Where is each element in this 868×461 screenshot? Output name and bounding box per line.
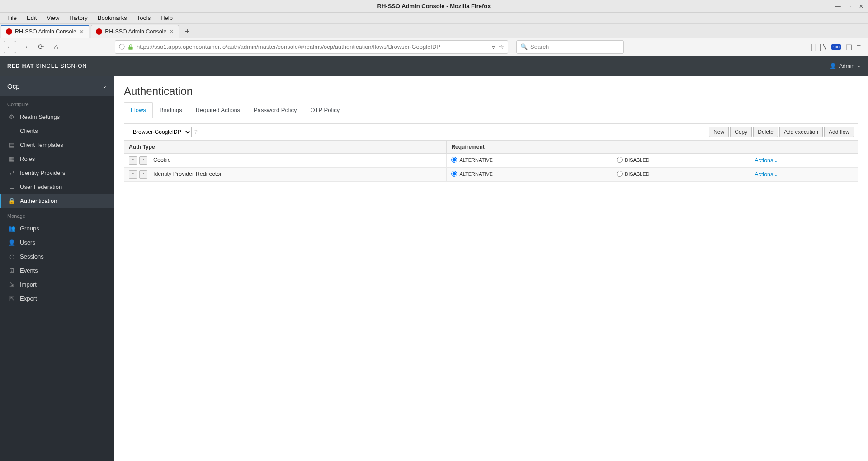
flow-toolbar: Browser-GoogleIDP ? New Copy Delete Add … (124, 123, 858, 140)
tab-bindings[interactable]: Bindings (153, 102, 189, 118)
menu-bookmarks[interactable]: Bookmarks (94, 14, 131, 22)
nav-back-button[interactable]: ← (4, 41, 16, 53)
page-action-icon[interactable]: ⋯ (482, 43, 488, 50)
browser-tab-2[interactable]: RH-SSO Admin Console ✕ (91, 25, 179, 38)
nav-home-button[interactable]: ⌂ (50, 41, 62, 53)
sliders-icon: ⚙ (8, 113, 15, 120)
flow-select[interactable]: Browser-GoogleIDP (128, 127, 192, 137)
sidebar-item-client-templates[interactable]: ▤Client Templates (0, 138, 114, 152)
sidebar-item-users[interactable]: 👤Users (0, 235, 114, 249)
brand-bold: RED HAT (7, 63, 34, 69)
tab-close-icon[interactable]: ✕ (169, 28, 174, 35)
library-icon[interactable]: |||\ (809, 42, 827, 51)
col-requirement: Requirement (447, 141, 750, 154)
zoom-badge[interactable]: 100 (831, 44, 841, 50)
sidebar: Ocp ⌄ Configure ⚙Realm Settings ≡Clients… (0, 76, 114, 461)
lock-icon (127, 44, 134, 50)
radio-label: ALTERNATIVE (459, 157, 493, 163)
execution-name: Identity Provider Redirector (153, 171, 222, 177)
hamburger-menu-icon[interactable]: ≡ (857, 43, 861, 51)
move-up-button[interactable]: ˄ (129, 156, 137, 165)
tab-required-actions[interactable]: Required Actions (189, 102, 247, 118)
sidebar-item-label: Roles (20, 155, 35, 162)
user-icon: 👤 (8, 239, 15, 246)
url-input[interactable] (137, 43, 480, 50)
sidebar-item-import[interactable]: ⇲Import (0, 278, 114, 292)
tab-close-icon[interactable]: ✕ (79, 28, 84, 35)
menu-tools[interactable]: Tools (133, 14, 154, 22)
tab-password-policy[interactable]: Password Policy (247, 102, 303, 118)
sidebar-item-export[interactable]: ⇱Export (0, 292, 114, 306)
sidebar-item-sessions[interactable]: ◷Sessions (0, 249, 114, 263)
sidebar-item-realm-settings[interactable]: ⚙Realm Settings (0, 110, 114, 124)
browser-tabstrip: RH-SSO Admin Console ✕ RH-SSO Admin Cons… (0, 24, 868, 38)
add-flow-button[interactable]: Add flow (824, 127, 854, 137)
window-close-icon[interactable]: ✕ (857, 2, 865, 10)
sidebar-item-label: Events (20, 267, 38, 274)
browser-tab-1-label: RH-SSO Admin Console (15, 28, 76, 35)
browser-tab-1[interactable]: RH-SSO Admin Console ✕ (1, 25, 89, 38)
search-bar[interactable]: 🔍 (516, 40, 624, 54)
window-maximize-icon[interactable]: ▫ (847, 2, 853, 10)
sidebar-toggle-icon[interactable]: ◫ (845, 42, 852, 51)
url-bar[interactable]: ⓘ ⋯ ▿ ☆ (115, 40, 508, 54)
move-down-button[interactable]: ˅ (139, 156, 147, 165)
nav-reload-button[interactable]: ⟳ (34, 41, 47, 53)
user-menu[interactable]: 👤 Admin ⌄ (830, 63, 861, 69)
chevron-down-icon: ⌄ (103, 83, 107, 89)
radio-label: DISABLED (625, 171, 649, 177)
actions-dropdown[interactable]: Actions⌄ (755, 171, 778, 178)
sidebar-section-configure: Configure (0, 96, 114, 110)
pocket-icon[interactable]: ▿ (492, 43, 495, 51)
info-icon[interactable]: ⓘ (119, 43, 125, 51)
menu-help[interactable]: Help (157, 14, 176, 22)
sidebar-item-label: Sessions (20, 253, 44, 260)
sidebar-item-label: Import (20, 281, 37, 288)
sidebar-item-authentication[interactable]: 🔒Authentication (0, 194, 114, 208)
actions-label: Actions (755, 171, 773, 178)
sidebar-item-label: Identity Providers (20, 169, 65, 176)
menu-view[interactable]: View (43, 14, 63, 22)
sidebar-item-identity-providers[interactable]: ⇄Identity Providers (0, 166, 114, 180)
help-icon[interactable]: ? (194, 129, 198, 135)
radio-alternative[interactable]: ALTERNATIVE (451, 171, 493, 177)
menu-file[interactable]: File (4, 14, 20, 22)
new-tab-button[interactable]: + (181, 26, 193, 38)
sidebar-item-label: User Federation (20, 183, 62, 190)
import-icon: ⇲ (8, 281, 15, 288)
sidebar-item-label: Client Templates (20, 141, 63, 148)
radio-alternative[interactable]: ALTERNATIVE (451, 157, 493, 163)
realm-name: Ocp (7, 82, 20, 90)
realm-selector[interactable]: Ocp ⌄ (0, 76, 114, 96)
actions-label: Actions (755, 157, 773, 164)
move-down-button[interactable]: ˅ (139, 170, 147, 179)
bookmark-star-icon[interactable]: ☆ (499, 43, 504, 50)
radio-label: DISABLED (625, 157, 649, 163)
radio-disabled[interactable]: DISABLED (617, 157, 649, 163)
browser-tab-2-label: RH-SSO Admin Console (105, 28, 166, 35)
menu-edit[interactable]: Edit (23, 14, 40, 22)
menu-history[interactable]: History (66, 14, 91, 22)
exchange-icon: ⇄ (8, 169, 15, 176)
radio-disabled[interactable]: DISABLED (617, 171, 649, 177)
actions-dropdown[interactable]: Actions⌄ (755, 157, 778, 164)
sidebar-item-groups[interactable]: 👥Groups (0, 221, 114, 235)
add-execution-button[interactable]: Add execution (779, 127, 823, 137)
clock-icon: ◷ (8, 253, 15, 260)
chevron-down-icon: ⌄ (774, 159, 778, 163)
nav-forward-button[interactable]: → (19, 41, 32, 53)
tab-otp-policy[interactable]: OTP Policy (303, 102, 346, 118)
search-input[interactable] (530, 43, 620, 50)
sidebar-item-clients[interactable]: ≡Clients (0, 124, 114, 138)
copy-button[interactable]: Copy (730, 127, 752, 137)
delete-button[interactable]: Delete (753, 127, 778, 137)
window-minimize-icon[interactable]: — (834, 2, 843, 10)
chevron-down-icon: ⌄ (857, 64, 861, 68)
sidebar-item-events[interactable]: 🗓Events (0, 263, 114, 278)
move-up-button[interactable]: ˄ (129, 170, 137, 179)
sidebar-item-user-federation[interactable]: ≣User Federation (0, 180, 114, 194)
new-button[interactable]: New (709, 127, 729, 137)
tab-flows[interactable]: Flows (124, 102, 153, 118)
search-icon: 🔍 (520, 43, 528, 50)
sidebar-item-roles[interactable]: ▦Roles (0, 152, 114, 166)
